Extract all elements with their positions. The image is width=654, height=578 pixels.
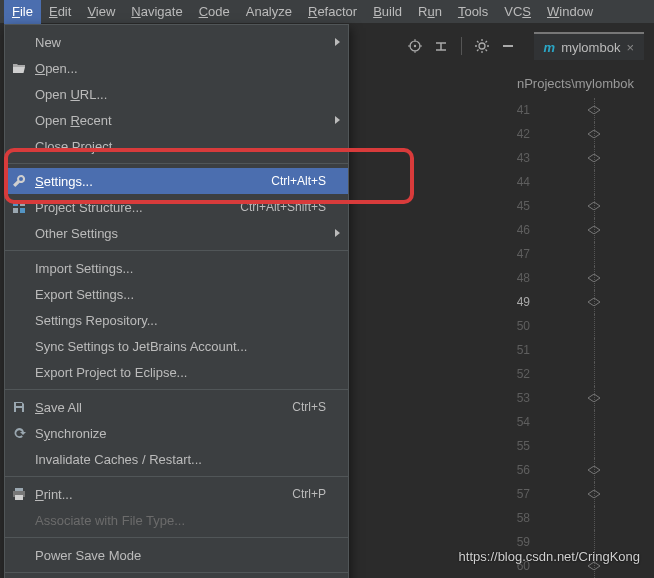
menu-vcs[interactable]: VCS	[496, 0, 539, 24]
menu-item-label: Open...	[35, 61, 326, 76]
gutter-line: 44	[494, 170, 614, 194]
svg-marker-19	[588, 106, 600, 114]
menu-item-synchronize[interactable]: Synchronize	[5, 420, 348, 446]
menu-item-sync-settings-to-jetbrains-account[interactable]: Sync Settings to JetBrains Account...	[5, 333, 348, 359]
menu-item-label: Other Settings	[35, 226, 326, 241]
svg-marker-21	[588, 154, 600, 162]
menu-separator	[5, 476, 348, 477]
menu-item-invalidate-caches-restart[interactable]: Invalidate Caches / Restart...	[5, 446, 348, 472]
menu-separator	[5, 572, 348, 573]
menu-item-export-project-to-eclipse[interactable]: Export Project to Eclipse...	[5, 359, 348, 385]
menu-item-other-settings[interactable]: Other Settings	[5, 220, 348, 246]
gear-icon[interactable]	[472, 36, 492, 56]
watermark: https://blog.csdn.net/CringKong	[459, 549, 640, 564]
svg-marker-26	[588, 394, 600, 402]
gutter-line: 49	[494, 290, 614, 314]
collapse-icon[interactable]	[431, 36, 451, 56]
menu-separator	[5, 250, 348, 251]
gutter-line: 50	[494, 314, 614, 338]
menu-item-open-url[interactable]: Open URL...	[5, 81, 348, 107]
menu-item-label: Project Structure...	[35, 200, 240, 215]
svg-rect-31	[13, 201, 18, 206]
gutter-line: 57	[494, 482, 614, 506]
menu-view[interactable]: View	[79, 0, 123, 24]
project-structure-icon	[11, 199, 27, 215]
svg-rect-35	[16, 403, 22, 406]
menu-item-label: Power Save Mode	[35, 548, 326, 563]
menu-analyze[interactable]: Analyze	[238, 0, 300, 24]
menu-item-new[interactable]: New	[5, 29, 348, 55]
menu-item-label: Invalidate Caches / Restart...	[35, 452, 326, 467]
menu-item-label: Sync Settings to JetBrains Account...	[35, 339, 326, 354]
menubar: FileEditViewNavigateCodeAnalyzeRefactorB…	[0, 0, 654, 24]
menu-item-label: Print...	[35, 487, 292, 502]
target-icon[interactable]	[405, 36, 425, 56]
gutter-line: 45	[494, 194, 614, 218]
menu-item-save-all[interactable]: Save AllCtrl+S	[5, 394, 348, 420]
gutter-line: 52	[494, 362, 614, 386]
menu-tools[interactable]: Tools	[450, 0, 496, 24]
wrench-icon	[11, 173, 27, 189]
save-icon	[11, 399, 27, 415]
menu-item-settings[interactable]: Settings...Ctrl+Alt+S	[5, 168, 348, 194]
menu-refactor[interactable]: Refactor	[300, 0, 365, 24]
editor-tab-mylombok[interactable]: m mylombok ×	[534, 32, 644, 60]
svg-marker-25	[588, 298, 600, 306]
sync-icon	[11, 425, 27, 441]
menu-separator	[5, 389, 348, 390]
menu-item-label: Export Settings...	[35, 287, 326, 302]
svg-line-16	[477, 50, 479, 52]
menu-item-print[interactable]: Print...Ctrl+P	[5, 481, 348, 507]
svg-rect-37	[15, 488, 23, 491]
menu-code[interactable]: Code	[191, 0, 238, 24]
chevron-right-icon	[335, 229, 340, 237]
svg-line-14	[477, 41, 479, 43]
gutter-line: 56	[494, 458, 614, 482]
menu-item-label: Open URL...	[35, 87, 326, 102]
gutter-line: 46	[494, 218, 614, 242]
gutter-line: 54	[494, 410, 614, 434]
menu-item-label: New	[35, 35, 326, 50]
svg-rect-33	[13, 208, 18, 213]
menu-item-import-settings[interactable]: Import Settings...	[5, 255, 348, 281]
menu-item-label: Synchronize	[35, 426, 326, 441]
close-icon[interactable]: ×	[626, 40, 634, 55]
menu-item-open-recent[interactable]: Open Recent	[5, 107, 348, 133]
print-icon	[11, 486, 27, 502]
svg-rect-39	[15, 495, 23, 500]
menu-item-power-save-mode[interactable]: Power Save Mode	[5, 542, 348, 568]
gutter-line: 55	[494, 434, 614, 458]
menu-item-label: Save All	[35, 400, 292, 415]
folder-open-icon	[11, 60, 27, 76]
menu-item-open[interactable]: Open...	[5, 55, 348, 81]
menu-window[interactable]: Window	[539, 0, 601, 24]
maven-icon: m	[544, 40, 556, 55]
chevron-right-icon	[335, 116, 340, 124]
svg-marker-24	[588, 274, 600, 282]
menu-item-project-structure[interactable]: Project Structure...Ctrl+Alt+Shift+S	[5, 194, 348, 220]
svg-marker-23	[588, 226, 600, 234]
svg-marker-27	[588, 466, 600, 474]
gutter-line: 47	[494, 242, 614, 266]
svg-marker-22	[588, 202, 600, 210]
menu-item-settings-repository[interactable]: Settings Repository...	[5, 307, 348, 333]
menu-item-label: Associate with File Type...	[35, 513, 326, 528]
svg-point-1	[413, 45, 415, 47]
menu-navigate[interactable]: Navigate	[123, 0, 190, 24]
menu-item-close-project[interactable]: Close Project	[5, 133, 348, 159]
minimize-icon[interactable]	[498, 36, 518, 56]
menu-item-associate-with-file-type: Associate with File Type...	[5, 507, 348, 533]
svg-point-9	[479, 43, 485, 49]
menu-separator	[5, 163, 348, 164]
gutter-line: 41	[494, 98, 614, 122]
menu-edit[interactable]: Edit	[41, 0, 79, 24]
menu-item-label: Settings Repository...	[35, 313, 326, 328]
menu-build[interactable]: Build	[365, 0, 410, 24]
tab-label: mylombok	[561, 40, 620, 55]
menu-file[interactable]: File	[4, 0, 41, 24]
menu-item-export-settings[interactable]: Export Settings...	[5, 281, 348, 307]
svg-rect-36	[16, 408, 22, 412]
menu-run[interactable]: Run	[410, 0, 450, 24]
svg-line-15	[485, 50, 487, 52]
gutter-line: 58	[494, 506, 614, 530]
